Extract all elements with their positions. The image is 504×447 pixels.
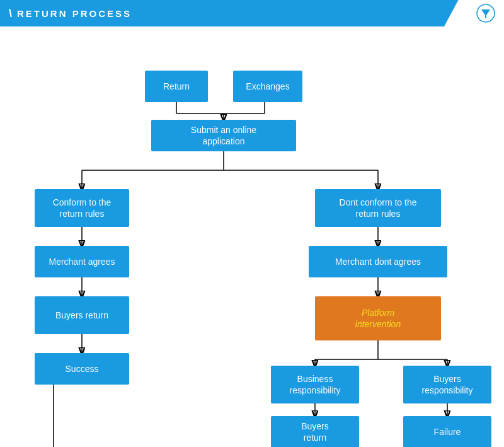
header-funnel-icon[interactable] [476, 4, 495, 25]
dont-conform-box: Dont conform to thereturn rules [315, 189, 441, 227]
exchanges-box: Exchanges [233, 71, 302, 102]
diagram: Return Exchanges Submit an onlineapplica… [0, 26, 504, 447]
failure-box: Failure [403, 416, 491, 447]
merchant-agrees-box: Merchant agrees [35, 246, 129, 277]
header-bar: \ RETURN PROCESS [0, 0, 504, 26]
business-resp-box: Businessresponsibility [271, 366, 359, 403]
buyers-resp-box: Buyersresponsibility [403, 366, 491, 403]
buyers-return-right-box: Buyersreturn [271, 416, 359, 447]
svg-marker-1 [481, 9, 490, 18]
header-slash: \ [9, 7, 12, 20]
return-box: Return [145, 71, 208, 102]
platform-box: Platformintervention [315, 296, 441, 340]
header-title: RETURN PROCESS [17, 8, 132, 19]
submit-box: Submit an onlineapplication [151, 120, 296, 151]
merchant-dont-box: Merchant dont agrees [309, 246, 447, 277]
success-box: Success [35, 353, 129, 385]
buyers-return-left-box: Buyers return [35, 296, 129, 334]
conform-box: Conform to thereturn rules [35, 189, 129, 227]
